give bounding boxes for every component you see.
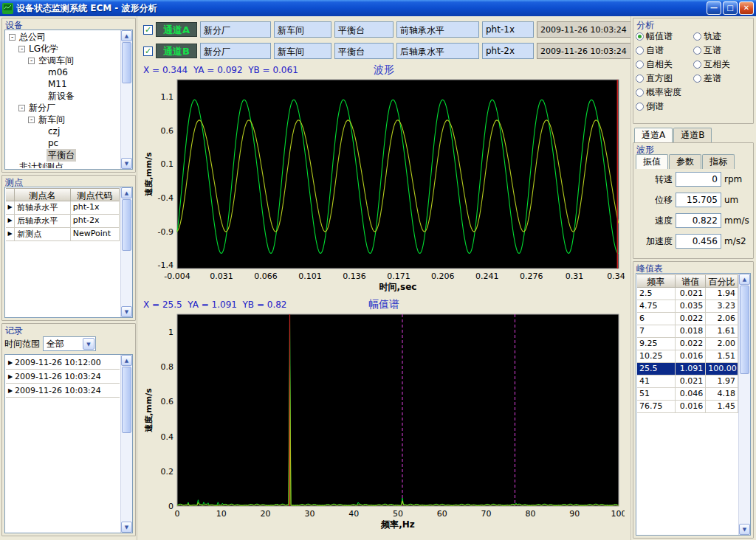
channel-b-code[interactable]: pht-2x [482, 43, 534, 59]
channel-a-checkbox[interactable]: ✓ [143, 25, 153, 35]
chevron-down-icon[interactable]: ▼ [83, 338, 94, 350]
tree-item[interactable]: -LG化学 [7, 43, 120, 55]
channel-a-workshop[interactable]: 新车间 [274, 21, 331, 38]
tree-item[interactable]: 新设备 [7, 90, 120, 102]
tree-collapse-icon[interactable]: - [9, 34, 16, 41]
peaks-col-频率[interactable]: 频率 [637, 274, 676, 288]
points-scrollbar[interactable]: ▲ ▼ [120, 187, 132, 317]
peaks-col-百分比[interactable]: 百分比 [706, 274, 738, 288]
tab-通道A[interactable]: 通道A [634, 128, 673, 142]
maximize-button[interactable]: □ [723, 1, 738, 15]
tree-item[interactable]: M11 [7, 78, 120, 90]
device-tree[interactable]: -总公司-LG化学-空调车间m06M11新设备-新分厂-新车间czjpc平衡台非… [4, 30, 133, 170]
metric-value-field[interactable]: 15.705 [676, 193, 721, 207]
analysis-option-自相关[interactable]: 自相关 [636, 58, 693, 72]
waveform-chart[interactable]: -0.0040.0310.0660.1010.1360.1710.2060.24… [143, 77, 625, 295]
peaks-table[interactable]: 频率谱值百分比2.50.0211.944.750.0353.2360.0222.… [636, 273, 751, 536]
records-scrollbar[interactable]: ▲ ▼ [120, 355, 132, 533]
channel-a-machine[interactable]: 平衡台 [334, 21, 394, 38]
channel-b-point[interactable]: 后轴承水平 [396, 43, 479, 59]
channel-a-point[interactable]: 前轴承水平 [396, 21, 479, 38]
scroll-down-icon[interactable]: ▼ [739, 524, 750, 535]
channel-a-code[interactable]: pht-1x [482, 21, 534, 38]
points-col-code[interactable]: 测点代码 [71, 188, 120, 201]
tree-collapse-icon[interactable]: - [28, 117, 35, 123]
peaks-scrollbar[interactable]: ▲ ▼ [738, 274, 750, 535]
scroll-down-icon[interactable]: ▼ [121, 306, 132, 317]
record-row[interactable]: ▶2009-11-26 10:03:24 [6, 384, 120, 398]
peak-row[interactable]: 76.750.0161.45 [637, 401, 738, 413]
minimize-button[interactable]: — [707, 1, 721, 15]
metric-value-field[interactable]: 0 [676, 172, 721, 187]
peak-cell: 76.75 [637, 401, 676, 413]
waveform-cursor-readout: X = 0.344 YA = 0.092 YB = 0.061 [143, 65, 298, 75]
channel-b-workshop[interactable]: 新车间 [274, 43, 331, 59]
titlebar[interactable]: 设备状态监测系统 ECM - 波形分析 — □ ✕ [0, 0, 756, 16]
peak-row[interactable]: 9.250.0222.00 [637, 338, 738, 350]
record-row[interactable]: ▶2009-11-26 10:03:24 [6, 370, 120, 384]
tree-item[interactable]: 非计划测点 [7, 161, 120, 168]
point-row[interactable]: ▶后轴承水平pht-2x [6, 215, 120, 228]
scroll-up-icon[interactable]: ▲ [121, 187, 132, 198]
peaks-col-谱值[interactable]: 谱值 [676, 274, 706, 288]
channel-b-checkbox[interactable]: ✓ [143, 46, 153, 56]
peak-row[interactable]: 410.0211.97 [637, 375, 738, 388]
tree-item[interactable]: -总公司 [7, 31, 120, 43]
points-col-name[interactable]: 测点名 [15, 188, 71, 201]
tree-item[interactable]: -新分厂 [7, 102, 120, 114]
scroll-down-icon[interactable]: ▼ [121, 522, 132, 533]
tree-item[interactable]: 平衡台 [7, 149, 120, 161]
analysis-option-互谱[interactable]: 互谱 [693, 44, 751, 58]
analysis-option-互相关[interactable]: 互相关 [693, 58, 751, 72]
channel-b-machine[interactable]: 平衡台 [334, 43, 394, 59]
analysis-option-自谱[interactable]: 自谱 [636, 44, 693, 58]
record-row[interactable]: ▶2009-11-26 10:12:00 [6, 356, 120, 370]
records-list[interactable]: ▶2009-11-26 10:12:00▶2009-11-26 10:03:24… [4, 354, 133, 533]
scroll-up-icon[interactable]: ▲ [121, 355, 132, 366]
scroll-up-icon[interactable]: ▲ [121, 30, 132, 41]
point-row[interactable]: ▶新测点NewPoint [6, 228, 120, 241]
peak-row[interactable]: 60.0222.06 [637, 313, 738, 325]
scroll-up-icon[interactable]: ▲ [739, 274, 750, 285]
point-row[interactable]: ▶前轴承水平pht-1x [6, 201, 120, 215]
metric-value-field[interactable]: 0.822 [676, 213, 721, 228]
tab-通道B[interactable]: 通道B [673, 128, 712, 142]
tree-item[interactable]: -新车间 [7, 114, 120, 125]
analysis-option-差谱[interactable]: 差谱 [693, 72, 751, 86]
scroll-thumb[interactable] [122, 367, 131, 433]
peak-row[interactable]: 10.250.0161.51 [637, 350, 738, 363]
metric-value-field[interactable]: 0.456 [676, 234, 721, 249]
spectrum-chart[interactable]: 010203040506070809010000.20.40.60.81频率,H… [143, 311, 625, 533]
tree-item[interactable]: -空调车间 [7, 55, 120, 66]
tree-collapse-icon[interactable]: - [28, 58, 35, 64]
analysis-option-轨迹[interactable]: 轨迹 [693, 30, 751, 44]
peak-row[interactable]: 4.750.0353.23 [637, 300, 738, 313]
time-range-label: 时间范围 [4, 338, 40, 350]
tab-指标[interactable]: 指标 [702, 154, 735, 169]
scroll-down-icon[interactable]: ▼ [121, 158, 132, 169]
channel-a-factory[interactable]: 新分厂 [200, 21, 271, 38]
tab-振值[interactable]: 振值 [636, 154, 668, 169]
peak-row[interactable]: 70.0181.61 [637, 325, 738, 338]
tree-item[interactable]: m06 [7, 66, 120, 78]
analysis-option-倒谱[interactable]: 倒谱 [636, 100, 693, 114]
svg-text:80: 80 [525, 509, 535, 519]
close-button[interactable]: ✕ [739, 1, 754, 15]
time-range-select[interactable]: 全部 ▼ [43, 336, 96, 351]
peak-row[interactable]: 25.51.091100.00 [637, 363, 738, 375]
peak-row[interactable]: 510.0464.18 [637, 388, 738, 401]
tree-collapse-icon[interactable]: - [18, 46, 25, 52]
scroll-thumb[interactable] [122, 199, 131, 251]
analysis-option-概率密度[interactable]: 概率密度 [636, 86, 693, 100]
scroll-thumb[interactable] [740, 285, 749, 374]
tree-item[interactable]: czj [7, 125, 120, 137]
channel-b-factory[interactable]: 新分厂 [200, 43, 271, 59]
tab-参数[interactable]: 参数 [669, 154, 701, 169]
points-table[interactable]: 测点名测点代码▶前轴承水平pht-1x▶后轴承水平pht-2x▶新测点NewPo… [4, 187, 133, 318]
tree-item[interactable]: pc [7, 137, 120, 149]
peak-row[interactable]: 2.50.0211.94 [637, 288, 738, 300]
tree-collapse-icon[interactable]: - [18, 105, 25, 111]
analysis-option-直方图[interactable]: 直方图 [636, 72, 693, 86]
scroll-thumb[interactable] [122, 42, 131, 83]
device-tree-scrollbar[interactable]: ▲ ▼ [120, 30, 132, 169]
